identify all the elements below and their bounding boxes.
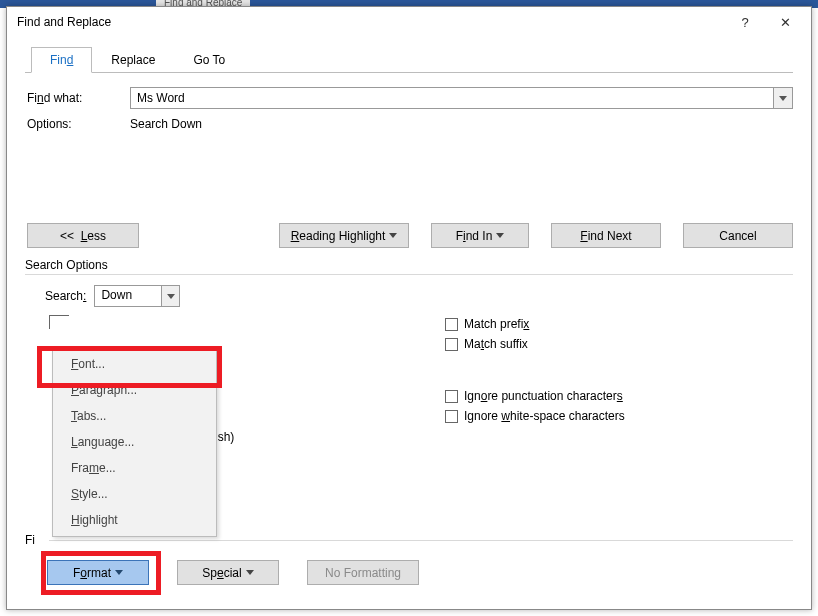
less-button[interactable]: << Less [27,223,139,248]
menu-style[interactable]: Style... [53,481,216,507]
format-button[interactable]: Format [47,560,149,585]
tab-find[interactable]: Find [31,47,92,73]
no-formatting-button: No Formatting [307,560,419,585]
ignore-punctuation-checkbox[interactable]: Ignore punctuation characters [445,389,625,403]
find-what-label: Find what: [25,91,130,105]
options-label: Options: [25,117,130,131]
menu-font[interactable]: Font... [53,351,216,377]
search-label: Search: [45,289,86,303]
find-what-input[interactable] [130,87,773,109]
special-button[interactable]: Special [177,560,279,585]
options-value: Search Down [130,117,202,131]
triangle-down-icon [496,233,504,238]
triangle-down-icon [389,233,397,238]
menu-paragraph[interactable]: Paragraph... [53,377,216,403]
tabstrip: Find Replace Go To [31,47,793,73]
ignore-whitespace-checkbox[interactable]: Ignore white-space characters [445,409,625,423]
menu-highlight[interactable]: Highlight [53,507,216,533]
find-what-field[interactable] [130,87,793,109]
find-what-dropdown[interactable] [773,87,793,109]
search-direction-select[interactable]: Down [94,285,180,307]
truncated-english-text: ish) [215,430,234,444]
chevron-down-icon [167,294,175,299]
chevron-down-icon [779,96,787,101]
triangle-down-icon [246,570,254,575]
tab-replace[interactable]: Replace [92,47,174,73]
partial-checkbox-hidden [49,315,69,329]
match-prefix-checkbox[interactable]: Match prefix [445,317,625,331]
format-popup-menu: Font... Paragraph... Tabs... Language...… [52,347,217,537]
search-direction-value: Down [95,286,161,306]
search-direction-dropdown[interactable] [161,286,179,306]
menu-language[interactable]: Language... [53,429,216,455]
close-button[interactable]: ✕ [765,8,805,36]
match-suffix-checkbox[interactable]: Match suffix [445,337,625,351]
search-options-heading: Search Options [25,258,793,272]
help-button[interactable]: ? [725,8,765,36]
tab-goto[interactable]: Go To [174,47,244,73]
dialog-title: Find and Replace [17,15,725,29]
triangle-down-icon [115,570,123,575]
find-replace-dialog: Find and Replace ? ✕ Find Replace Go To … [6,6,812,610]
titlebar: Find and Replace ? ✕ [7,7,811,37]
menu-tabs[interactable]: Tabs... [53,403,216,429]
find-in-button[interactable]: Find In [431,223,529,248]
menu-frame[interactable]: Frame... [53,455,216,481]
reading-highlight-button[interactable]: Reading Highlight [279,223,409,248]
find-next-button[interactable]: Find Next [551,223,661,248]
cancel-button[interactable]: Cancel [683,223,793,248]
find-section-label-partial: Fi [25,533,35,547]
